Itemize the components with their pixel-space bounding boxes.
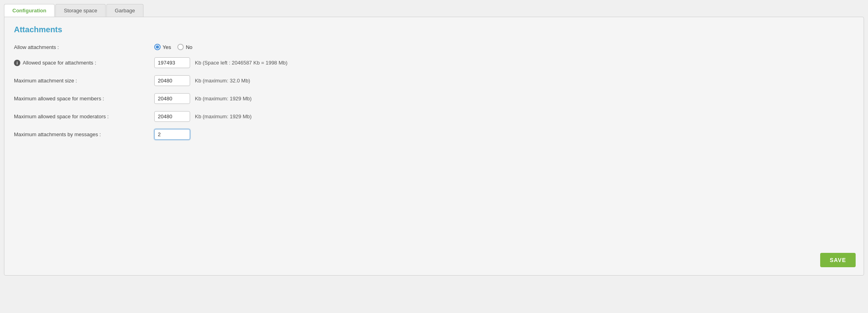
- max-attachments-messages-input[interactable]: [154, 129, 190, 140]
- max-attachment-size-label: Maximum attachment size :: [14, 78, 149, 84]
- max-attachments-messages-row: Maximum attachments by messages :: [14, 129, 854, 140]
- radio-no-label[interactable]: No: [177, 44, 192, 50]
- max-attachment-size-hint: Kb (maximum: 32.0 Mb): [195, 78, 250, 84]
- max-attachments-messages-label: Maximum attachments by messages :: [14, 131, 149, 137]
- allowed-space-label: i Allowed space for attachments :: [14, 60, 149, 66]
- max-space-moderators-hint: Kb (maximum: 1929 Mb): [195, 113, 251, 119]
- allow-attachments-row: Allow attachments : Yes No: [14, 44, 854, 50]
- allowed-space-hint: Kb (Space left : 2046587 Kb = 1998 Mb): [195, 60, 287, 66]
- info-icon: i: [14, 60, 20, 66]
- max-space-members-row: Maximum allowed space for members : Kb (…: [14, 93, 854, 104]
- content-panel: Attachments Allow attachments : Yes No i: [4, 17, 864, 276]
- allowed-space-row: i Allowed space for attachments : Kb (Sp…: [14, 57, 854, 68]
- max-space-members-label: Maximum allowed space for members :: [14, 96, 149, 102]
- max-space-moderators-input[interactable]: [154, 111, 190, 122]
- max-space-moderators-row: Maximum allowed space for moderators : K…: [14, 111, 854, 122]
- tab-garbage[interactable]: Garbage: [106, 4, 143, 17]
- tab-bar: Configuration Storage space Garbage: [4, 4, 864, 17]
- max-attachment-size-input[interactable]: [154, 75, 190, 86]
- radio-no[interactable]: [177, 44, 184, 50]
- allow-attachments-radio-group: Yes No: [154, 44, 192, 50]
- max-attachment-size-row: Maximum attachment size : Kb (maximum: 3…: [14, 75, 854, 86]
- tab-configuration[interactable]: Configuration: [4, 4, 55, 17]
- tab-storage-space[interactable]: Storage space: [55, 4, 106, 17]
- max-space-members-hint: Kb (maximum: 1929 Mb): [195, 96, 251, 102]
- save-button[interactable]: SAVE: [820, 253, 856, 267]
- section-title: Attachments: [14, 25, 854, 34]
- max-space-members-input[interactable]: [154, 93, 190, 104]
- max-space-moderators-label: Maximum allowed space for moderators :: [14, 113, 149, 119]
- radio-yes-label[interactable]: Yes: [154, 44, 171, 50]
- allow-attachments-label: Allow attachments :: [14, 44, 149, 50]
- radio-yes[interactable]: [154, 44, 161, 50]
- allowed-space-input[interactable]: [154, 57, 190, 68]
